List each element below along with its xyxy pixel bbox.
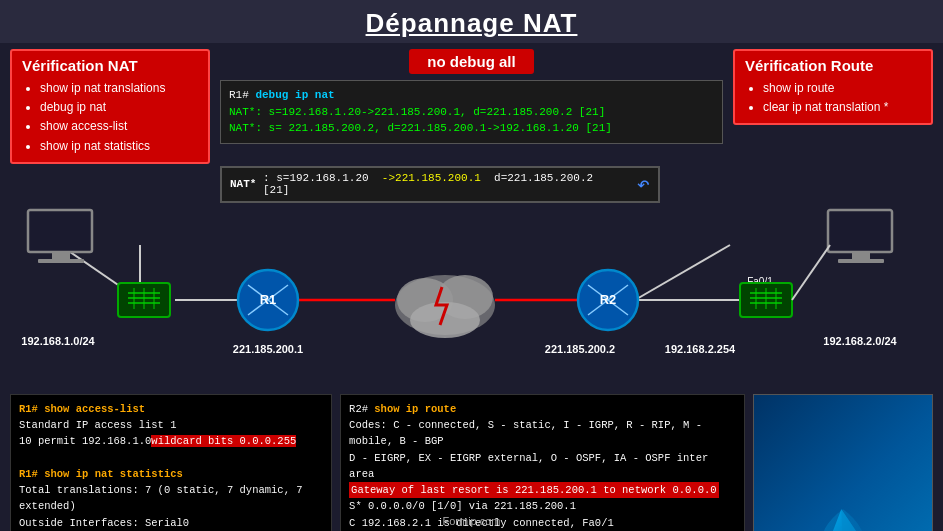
svg-text:221.185.200.1: 221.185.200.1 bbox=[233, 343, 303, 355]
left-line2: Standard IP access list 1 bbox=[19, 419, 177, 431]
arrow-icon: ↶ bbox=[637, 171, 650, 198]
right-line2: Codes: C - connected, S - static, I - IG… bbox=[349, 419, 702, 447]
svg-rect-12 bbox=[828, 210, 892, 252]
footer-label: Formip.com bbox=[442, 515, 500, 527]
left-line7: Outside Interfaces: Serial0 bbox=[19, 517, 189, 529]
nat-list-item-4: show ip nat statistics bbox=[40, 137, 198, 156]
nat-list-item-1: show ip nat translations bbox=[40, 79, 198, 98]
debug-cmd: debug ip nat bbox=[255, 89, 334, 101]
svg-text:192.168.1.0/24: 192.168.1.0/24 bbox=[21, 335, 95, 347]
debug-line-1: NAT*: s=192.168.1.20->221.185.200.1, d=2… bbox=[229, 106, 605, 118]
route-list-item-1: show ip route bbox=[763, 79, 921, 98]
nat-list-item-3: show access-list bbox=[40, 117, 198, 136]
right-prompt-1: R2# bbox=[349, 403, 368, 415]
svg-rect-11 bbox=[38, 259, 84, 263]
left-cmd-2: show ip nat statistics bbox=[44, 468, 183, 480]
svg-rect-13 bbox=[852, 252, 870, 259]
debug-prompt: R1# bbox=[229, 89, 249, 101]
left-prompt-1: R1# bbox=[19, 403, 38, 415]
left-line3: 10 permit 192.168.1.0 bbox=[19, 435, 151, 447]
no-debug-button: no debug all bbox=[409, 49, 533, 74]
top-row: Vérification NAT show ip nat translation… bbox=[0, 43, 943, 164]
terminal-left: R1# show access-list Standard IP access … bbox=[10, 394, 332, 531]
svg-rect-9 bbox=[28, 210, 92, 252]
svg-rect-14 bbox=[838, 259, 884, 263]
gateway-highlight: Gateway of last resort is 221.185.200.1 … bbox=[349, 482, 718, 498]
center-debug-area: no debug all R1# debug ip nat NAT*: s=19… bbox=[210, 49, 733, 144]
svg-text:192.168.2.254: 192.168.2.254 bbox=[665, 343, 736, 355]
right-line3: D - EIGRP, EX - EIGRP external, O - OSPF… bbox=[349, 452, 708, 480]
diagram-svg: R1 R2 192.168.1.0/24 221.185.200.1 221.1… bbox=[0, 205, 943, 390]
right-line5: S* 0.0.0.0/0 [1/0] via 221.185.200.1 bbox=[349, 500, 576, 512]
verification-nat-heading: Vérification NAT bbox=[22, 57, 198, 74]
svg-rect-10 bbox=[52, 252, 70, 259]
diagram-area: R1 R2 192.168.1.0/24 221.185.200.1 221.1… bbox=[0, 205, 943, 390]
wildcard-highlight: wildcard bits 0.0.0.255 bbox=[151, 435, 296, 447]
left-cmd-1: show access-list bbox=[44, 403, 145, 415]
wireshark-box: WIRESHARK bbox=[753, 394, 933, 531]
verification-route-heading: Vérification Route bbox=[745, 57, 921, 74]
nat-star-label: NAT* bbox=[230, 178, 256, 190]
debug-line-2: NAT*: s= 221.185.200.2, d=221.185.200.1-… bbox=[229, 122, 612, 134]
verification-nat-list: show ip nat translations debug ip nat sh… bbox=[22, 79, 198, 156]
verification-nat-box: Vérification NAT show ip nat translation… bbox=[10, 49, 210, 164]
left-prompt-2: R1# bbox=[19, 468, 38, 480]
verification-route-list: show ip route clear ip nat translation * bbox=[745, 79, 921, 117]
verification-route-box: Vérification Route show ip route clear i… bbox=[733, 49, 933, 125]
svg-text:R2: R2 bbox=[600, 292, 617, 307]
right-cmd-1: show ip route bbox=[374, 403, 456, 415]
svg-text:192.168.2.0/24: 192.168.2.0/24 bbox=[823, 335, 897, 347]
nat-list-item-2: debug ip nat bbox=[40, 98, 198, 117]
route-list-item-2: clear ip nat translation * bbox=[763, 98, 921, 117]
bottom-row: R1# show access-list Standard IP access … bbox=[0, 390, 943, 531]
svg-line-4 bbox=[635, 245, 730, 300]
svg-text:R1: R1 bbox=[260, 292, 277, 307]
page-title: Dépannage NAT bbox=[0, 0, 943, 43]
svg-line-51 bbox=[792, 245, 830, 300]
wireshark-logo-icon bbox=[808, 505, 878, 531]
nat-star-text: : s=192.168.1.20 ->221.185.200.1 d=221.1… bbox=[256, 172, 631, 196]
main-container: Dépannage NAT Vérification NAT show ip n… bbox=[0, 0, 943, 531]
debug-terminal: R1# debug ip nat NAT*: s=192.168.1.20->2… bbox=[220, 80, 723, 144]
left-line6: Total translations: 7 (0 static, 7 dynam… bbox=[19, 484, 303, 512]
svg-text:221.185.200.2: 221.185.200.2 bbox=[545, 343, 615, 355]
nat-star-row: NAT* : s=192.168.1.20 ->221.185.200.1 d=… bbox=[0, 164, 943, 205]
terminal-right: R2# show ip route Codes: C - connected, … bbox=[340, 394, 745, 531]
